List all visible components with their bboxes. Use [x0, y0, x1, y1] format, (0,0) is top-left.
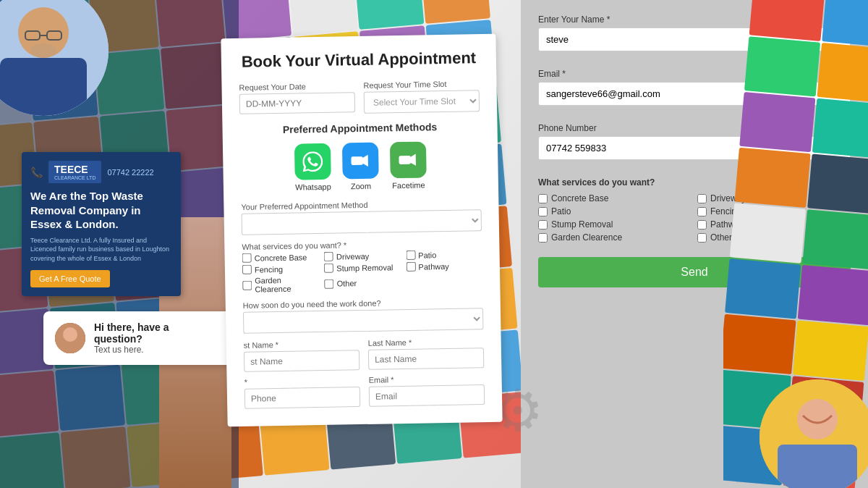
- cb-fencing-label: Fencing: [255, 264, 283, 274]
- cb-garden: Garden Clearence: [242, 275, 319, 294]
- how-soon-field: How soon do you need the work done? As s…: [243, 297, 484, 334]
- concrete-base-checkbox[interactable]: [538, 194, 548, 203]
- email-field-booking: Email *: [369, 374, 485, 407]
- cb-pathway-label: Pathway: [418, 261, 448, 271]
- teece-logo: TEECE CLEARANCE LTD: [48, 161, 101, 183]
- preferred-method-select[interactable]: Whatsapp Zoom Facetime: [242, 209, 482, 235]
- chat-title: Hi there, have a question?: [94, 321, 218, 345]
- tile: [288, 0, 358, 35]
- driveway-checkbox[interactable]: [697, 194, 707, 203]
- booking-form-card: Book Your Virtual Appointment Request Yo…: [221, 34, 502, 427]
- cb-stump-input[interactable]: [324, 264, 333, 273]
- cb-fencing: Fencing: [242, 264, 319, 274]
- teece-logo-text: TEECE: [54, 164, 88, 175]
- phone-input-booking[interactable]: [244, 387, 360, 409]
- chat-sub: Text us here.: [94, 345, 218, 355]
- cb-fencing-input[interactable]: [242, 265, 252, 274]
- person-photo-bottomright: [760, 379, 868, 488]
- concrete-base-label: Concrete Base: [551, 193, 608, 203]
- teece-cta-button[interactable]: Get A Free Quote: [30, 270, 110, 287]
- methods-row: Whatsapp Zoom Facetime: [240, 140, 481, 193]
- cb-driveway-input[interactable]: [324, 252, 333, 261]
- service-patio: Patio: [538, 206, 692, 216]
- cb-patio-label: Patio: [418, 251, 436, 259]
- cb-other-label: Other: [337, 279, 357, 287]
- stump-removal-checkbox[interactable]: [538, 220, 548, 230]
- email-label-booking: Email *: [369, 374, 485, 384]
- time-label: Request Your Time Slot: [363, 79, 479, 90]
- cb-garden-input[interactable]: [242, 280, 252, 290]
- cb-garden-label: Garden Clearence: [255, 275, 319, 294]
- zoom-label: Zoom: [351, 182, 371, 190]
- cb-patio: Patio: [406, 249, 482, 260]
- cb-other-input[interactable]: [324, 279, 333, 288]
- chat-avatar: [55, 323, 85, 353]
- cb-pathway: Pathway: [406, 261, 482, 272]
- date-time-row: Request Your Date Request Your Time Slot…: [239, 79, 480, 116]
- last-name-field: Last Name *: [368, 337, 485, 370]
- teece-headline: We Are the Top Waste Removal Company in …: [30, 189, 172, 232]
- patio-label: Patio: [551, 206, 571, 216]
- first-name-label: st Name *: [244, 339, 359, 350]
- phone-email-row: * Email *: [244, 374, 485, 409]
- svg-point-11: [797, 399, 838, 439]
- preferred-method-field: Your Preferred Appointment Method Whatsa…: [241, 198, 482, 235]
- facetime-label: Facetime: [392, 180, 425, 190]
- time-select[interactable]: Select Your Time Slot 9:00 AM 10:00 AM 1…: [364, 90, 480, 114]
- patio-checkbox[interactable]: [538, 207, 548, 216]
- zoom-method[interactable]: Zoom: [342, 143, 379, 191]
- booking-title: Book Your Virtual Appointment: [239, 49, 479, 72]
- whatsapp-method[interactable]: Whatsapp: [294, 143, 331, 192]
- chat-text-block: Hi there, have a question? Text us here.: [94, 321, 218, 355]
- cb-concrete: Concrete Base: [242, 252, 319, 263]
- cb-patio-input[interactable]: [406, 251, 415, 260]
- stump-removal-label: Stump Removal: [551, 219, 613, 230]
- garden-clearence-checkbox[interactable]: [538, 233, 548, 243]
- cb-concrete-label: Concrete Base: [255, 253, 307, 262]
- cb-pathway-input[interactable]: [406, 262, 415, 272]
- other-checkbox[interactable]: [697, 233, 707, 243]
- teece-card: 📞 TEECE CLEARANCE LTD 07742 22222 We Are…: [22, 152, 181, 296]
- svg-rect-9: [58, 345, 82, 353]
- service-garden-clearence: Garden Clearence: [538, 232, 692, 243]
- cb-other: Other: [324, 274, 401, 293]
- cb-stump-label: Stump Removal: [336, 263, 393, 272]
- services-section-booking: What services do you want? * Concrete Ba…: [242, 238, 482, 294]
- cb-driveway: Driveway: [324, 251, 401, 261]
- teece-phone: 07742 22222: [107, 168, 153, 177]
- svg-point-8: [63, 327, 77, 342]
- last-name-label: Last Name *: [368, 337, 484, 348]
- cb-concrete-input[interactable]: [242, 253, 252, 263]
- phone-label-booking: *: [244, 376, 360, 387]
- last-name-input[interactable]: [368, 348, 484, 370]
- date-input[interactable]: [239, 92, 355, 114]
- svg-rect-12: [778, 445, 857, 488]
- names-row: st Name * Last Name *: [244, 337, 485, 372]
- date-field: Request Your Date: [239, 81, 355, 116]
- time-field: Request Your Time Slot Select Your Time …: [363, 79, 480, 114]
- how-soon-select[interactable]: As soon as possible Within a week Within…: [243, 308, 483, 334]
- zoom-icon: [342, 143, 379, 180]
- cb-driveway-label: Driveway: [336, 251, 369, 261]
- services-grid-booking: Concrete Base Driveway Patio Fencing Stu…: [242, 249, 483, 294]
- facetime-icon: [390, 141, 427, 178]
- svg-point-6: [30, 43, 56, 58]
- email-input-booking[interactable]: [369, 384, 485, 407]
- svg-rect-2: [0, 58, 87, 116]
- service-stump-removal: Stump Removal: [538, 219, 692, 230]
- pathway-checkbox[interactable]: [697, 220, 707, 230]
- garden-clearence-label: Garden Clearence: [551, 232, 622, 243]
- teece-sub: Teece Clearance Ltd. A fully Insured and…: [30, 236, 172, 264]
- whatsapp-icon: [294, 143, 331, 180]
- service-concrete-base: Concrete Base: [538, 193, 692, 203]
- cb-stump: Stump Removal: [324, 262, 401, 273]
- teece-header: 📞 TEECE CLEARANCE LTD 07742 22222: [30, 161, 172, 183]
- preferred-methods-title: Preferred Appointment Methods: [239, 120, 480, 136]
- tile: [354, 0, 424, 30]
- date-label: Request Your Date: [239, 81, 354, 92]
- facetime-method[interactable]: Facetime: [390, 141, 427, 190]
- fencing-checkbox[interactable]: [697, 207, 707, 216]
- first-name-input[interactable]: [244, 350, 359, 372]
- whatsapp-label: Whatsapp: [295, 182, 331, 192]
- first-name-field: st Name *: [244, 339, 360, 372]
